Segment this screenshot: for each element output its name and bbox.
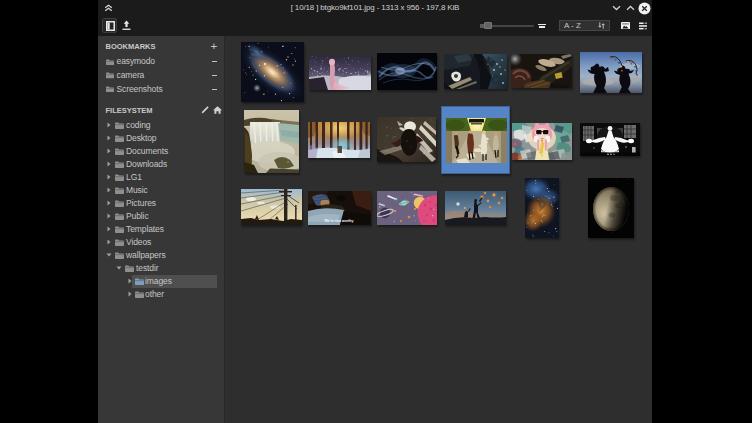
svg-text:We're not worthy: We're not worthy <box>325 219 354 223</box>
